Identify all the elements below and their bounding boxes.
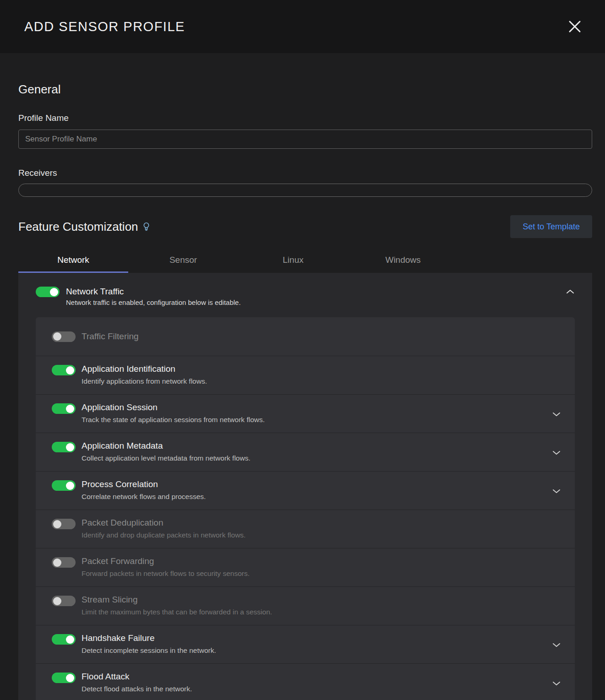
feature-row: Packet Forwarding Forward packets in net… xyxy=(36,548,575,586)
feature-tabs: Network Sensor Linux Windows xyxy=(18,248,592,273)
feature-customization-heading: Feature Customization xyxy=(18,220,138,234)
feature-row: Traffic Filtering xyxy=(36,317,575,356)
feature-label: Handshake Failure xyxy=(82,633,216,643)
expand-row-button[interactable] xyxy=(552,411,561,418)
feature-label: Packet Forwarding xyxy=(82,556,250,566)
tab-windows[interactable]: Windows xyxy=(348,248,458,273)
feature-list: Traffic Filtering Application Identifica… xyxy=(36,317,575,700)
feature-customization-header: Feature Customization Set to Template xyxy=(18,215,592,238)
network-traffic-label: Network Traffic xyxy=(66,287,241,297)
toggle-knob xyxy=(50,288,58,296)
tab-sensor[interactable]: Sensor xyxy=(128,248,238,273)
network-tab-panel: Network Traffic Network traffic is enabl… xyxy=(18,273,592,700)
feature-row: Application Metadata Collect application… xyxy=(36,433,575,471)
feature-description: Forward packets in network flows to secu… xyxy=(82,570,250,578)
feature-label: Application Identification xyxy=(82,364,207,374)
chevron-down-icon xyxy=(552,411,561,418)
toggle-knob xyxy=(66,443,74,451)
feature-description: Identify applications from network flows… xyxy=(82,377,207,385)
feature-label: Application Metadata xyxy=(82,441,251,451)
feature-description: Collect application level metadata from … xyxy=(82,454,251,462)
chevron-down-icon xyxy=(552,450,561,456)
toggle-knob xyxy=(53,520,61,528)
feature-description: Limit the maximum bytes that can be forw… xyxy=(82,608,272,616)
feature-description: Track the state of application sessions … xyxy=(82,416,265,424)
feature-row: Process Correlation Correlate network fl… xyxy=(36,471,575,510)
feature-toggle[interactable] xyxy=(52,557,76,568)
profile-name-label: Profile Name xyxy=(18,113,592,123)
feature-description: Correlate network flows and processes. xyxy=(82,493,206,501)
feature-label: Packet Deduplication xyxy=(82,518,245,528)
feature-toggle[interactable] xyxy=(52,331,76,342)
close-button[interactable] xyxy=(567,18,583,35)
feature-label: Traffic Filtering xyxy=(82,331,139,342)
feature-toggle[interactable] xyxy=(52,673,76,683)
toggle-knob xyxy=(66,482,74,490)
expand-row-button[interactable] xyxy=(552,642,561,648)
network-traffic-row: Network Traffic Network traffic is enabl… xyxy=(36,287,575,306)
profile-name-input[interactable] xyxy=(18,130,592,149)
expand-row-button[interactable] xyxy=(552,488,561,494)
close-icon xyxy=(567,19,582,34)
feature-description: Detect incomplete sessions in the networ… xyxy=(82,646,216,655)
feature-row: Application Session Track the state of a… xyxy=(36,394,575,433)
feature-toggle[interactable] xyxy=(52,480,76,491)
feature-label: Application Session xyxy=(82,402,265,412)
toggle-knob xyxy=(66,405,74,413)
feature-row: Flood Attack Detect flood attacks in the… xyxy=(36,663,575,700)
feature-toggle[interactable] xyxy=(52,442,76,452)
receivers-label: Receivers xyxy=(18,168,592,178)
feature-toggle[interactable] xyxy=(52,403,76,414)
expand-row-button[interactable] xyxy=(552,450,561,456)
collapse-section-button[interactable] xyxy=(566,288,575,297)
feature-description: Detect flood attacks in the network. xyxy=(82,685,192,693)
feature-toggle[interactable] xyxy=(52,519,76,529)
toggle-knob xyxy=(53,597,61,605)
set-to-template-button[interactable]: Set to Template xyxy=(510,215,592,238)
feature-row: Packet Deduplication Identify and drop d… xyxy=(36,510,575,548)
receivers-input[interactable] xyxy=(18,184,592,197)
chevron-down-icon xyxy=(552,642,561,648)
lightbulb-icon xyxy=(143,222,150,232)
modal-header: ADD SENSOR PROFILE xyxy=(0,0,605,53)
tab-network[interactable]: Network xyxy=(18,248,128,273)
feature-label: Process Correlation xyxy=(82,479,206,489)
feature-row: Handshake Failure Detect incomplete sess… xyxy=(36,625,575,663)
expand-row-button[interactable] xyxy=(552,680,561,687)
modal-title: ADD SENSOR PROFILE xyxy=(24,19,185,34)
feature-row: Application Identification Identify appl… xyxy=(36,356,575,394)
chevron-up-icon xyxy=(566,288,575,295)
toggle-knob xyxy=(66,674,74,682)
tab-linux[interactable]: Linux xyxy=(238,248,348,273)
network-traffic-toggle[interactable] xyxy=(36,287,60,297)
toggle-knob xyxy=(53,559,61,567)
feature-toggle[interactable] xyxy=(52,634,76,645)
feature-description: Identify and drop duplicate packets in n… xyxy=(82,531,245,539)
feature-toggle[interactable] xyxy=(52,365,76,375)
feature-label: Stream Slicing xyxy=(82,595,272,605)
chevron-down-icon xyxy=(552,680,561,687)
toggle-knob xyxy=(66,366,74,374)
feature-row: Stream Slicing Limit the maximum bytes t… xyxy=(36,586,575,625)
general-heading: General xyxy=(18,82,592,97)
network-traffic-description: Network traffic is enabled, configuratio… xyxy=(66,298,241,306)
feature-label: Flood Attack xyxy=(82,672,192,682)
toggle-knob xyxy=(66,635,74,644)
feature-toggle[interactable] xyxy=(52,596,76,606)
chevron-down-icon xyxy=(552,488,561,494)
toggle-knob xyxy=(53,332,61,341)
modal-body: General Profile Name Receivers Feature C… xyxy=(0,82,605,700)
